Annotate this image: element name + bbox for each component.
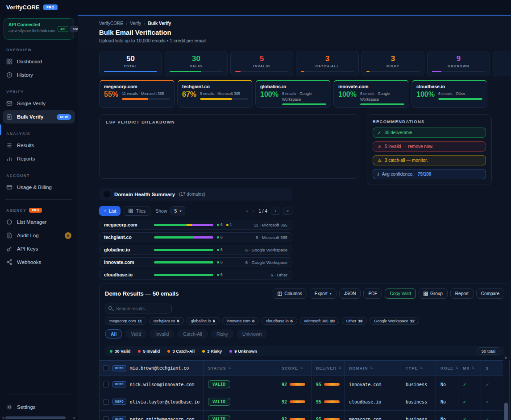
stat-bar [104,71,157,72]
mail-icon [6,100,12,107]
chip-techgiant[interactable]: techgiant.co9 [149,317,184,325]
filter-risky[interactable]: Risky [211,329,234,338]
row-checkbox[interactable] [103,382,109,387]
page-size-select[interactable]: 5 ▾ [170,206,186,215]
sort-icon[interactable]: ⇅ [338,366,342,370]
domain-meta: 6 · Google Workspace [245,247,287,252]
sidebar-item-settings[interactable]: Settings [0,400,78,414]
group-button[interactable]: Group [419,288,448,299]
scrollbar-thumb[interactable] [504,403,508,420]
sidebar-item-dashboard[interactable]: Dashboard [0,55,78,68]
row-checkbox[interactable] [103,416,109,420]
tiles-view-button[interactable]: Tiles [124,206,150,216]
report-button[interactable]: Report [450,288,474,299]
sort-icon[interactable]: ⇅ [472,366,475,370]
filter-unknown[interactable]: Unknown [237,329,268,338]
prev-page-button[interactable]: ‹ [252,209,255,214]
select-all-checkbox[interactable] [103,365,109,371]
chip-megacorp[interactable]: megacorp.com11 [105,317,146,325]
column-header-status[interactable]: STATUS⇅ [204,361,277,375]
table-row: DEMO nick.wilson@innovate.com VALID 92 9… [100,376,510,393]
sort-icon[interactable]: ⇅ [228,366,232,370]
domain-name: cloudbase.io [104,272,150,277]
copy-valid-button[interactable]: Copy Valid [385,288,416,299]
pdf-button[interactable]: PDF [363,288,382,299]
sidebar-item-list-manager[interactable]: List Manager [0,215,78,229]
list-view-button[interactable]: ≡ List [99,206,120,216]
document-icon [6,114,12,120]
compare-button[interactable]: Compare [476,288,504,299]
scroll-right-icon[interactable]: ▶ [74,416,76,420]
search-input[interactable] [105,304,172,313]
share-icon [6,259,12,265]
filter-valid[interactable]: Valid [125,329,147,338]
chip-innovate[interactable]: innovate.com6 [222,317,259,325]
chip-microsoft-365[interactable]: Microsoft 36520 [300,317,339,325]
email-cell: peter.smith@megacorp.com [130,417,195,420]
column-header-score[interactable]: SCORE⇅ [277,361,312,375]
table-vertical-scrollbar[interactable]: ▲ [503,354,509,420]
sidebar-item-api-keys[interactable]: API Keys [0,242,78,255]
domain-row[interactable]: cloudbase.io 6 6 · Other [99,270,292,280]
warning-icon: ⚠ [378,158,382,163]
chip-other[interactable]: Other18 [342,317,367,325]
sidebar-item-audit-log[interactable]: Audit Log 0 [0,229,78,242]
column-header-mx[interactable]: MX⇅ [458,361,481,375]
chip-cloudbase[interactable]: cloudbase.io6 [262,317,297,325]
domain-row[interactable]: innovate.com 6 6 · Google Workspace [99,257,292,267]
filter-catch-all[interactable]: Catch-All [177,329,208,338]
breadcrumb-root[interactable]: VerifyCORE [99,21,123,26]
scrollbar-thumb[interactable] [5,416,66,419]
column-header-domain[interactable]: DOMAIN⇅ [345,361,401,375]
next-page-button[interactable]: › [271,207,280,215]
sidebar-item-webhooks[interactable]: Webhooks [0,255,78,269]
sidebar-item-results[interactable]: Results [0,139,78,152]
email-cell: olivia.taylor@cloudbase.io [130,399,200,404]
stat-label: RISKY [366,64,420,68]
domain-row[interactable]: megacorp.com 6 1 11 · Microsoft 365 [99,220,292,230]
sort-icon[interactable]: ⇅ [455,366,458,370]
page-title: Bulk Email Verification [99,29,511,36]
filter-all[interactable]: All [105,329,122,338]
column-header-role[interactable]: ROLE⇅ [436,361,458,375]
json-button[interactable]: JSON [339,288,361,299]
column-header-type[interactable]: TYPE⇅ [401,361,436,375]
legend-risky: 3 Risky [202,349,222,354]
first-page-button[interactable]: « [245,209,249,214]
sidebar-item-reports[interactable]: Reports [0,152,78,165]
legend-catch-all: 3 Catch-All [167,349,195,354]
domain-name: techgiant.co [104,235,150,240]
row-checkbox[interactable] [103,399,109,405]
count-dot: 1 [226,222,232,227]
filter-invalid[interactable]: Invalid [150,329,174,338]
domain-meta: 9 · Microsoft 365 [256,235,287,240]
domain-name: innovate.com [104,259,150,265]
sidebar-item-bulk-verify[interactable]: Bulk Verify NEW [3,110,75,124]
domain-row[interactable]: techgiant.co 6 9 · Microsoft 365 [99,232,292,242]
active-item-indicator [0,124,1,135]
sidebar-item-history[interactable]: History [0,68,78,82]
breadcrumb-separator: › [144,21,145,26]
breadcrumb-verify[interactable]: Verify [130,21,141,26]
export-button[interactable]: Export ▾ [310,288,337,299]
sidebar-item-usage-billing[interactable]: Usage & Billing [0,181,78,194]
column-header-deliver[interactable]: DELIVER⇅ [312,361,345,375]
scroll-left-icon[interactable]: ◀ [2,416,4,420]
sidebar-horizontal-scrollbar[interactable]: ◀ ▶ [2,416,76,419]
status-badge: VALID [208,415,230,420]
chip-globalinc[interactable]: globalinc.io6 [187,317,220,325]
sort-icon[interactable]: ⇅ [370,366,374,370]
sort-icon[interactable]: ⇅ [300,366,303,370]
sidebar-item-single-verify[interactable]: Single Verify [0,97,78,110]
last-page-button[interactable]: » [283,207,292,215]
domain-meta: 6 · Other [271,272,288,277]
sort-icon[interactable]: ⇅ [420,366,424,370]
columns-button[interactable]: Columns [273,288,307,299]
chip-google-workspace[interactable]: Google Workspace12 [370,317,419,325]
scroll-up-icon[interactable]: ▲ [504,355,508,359]
section-label-agency: AGENCY PRO [6,208,71,213]
domain-stacked-bar [154,249,213,251]
mx-check-icon: ✓ [463,417,466,420]
domain-cards-row: megacorp.com 55% 11 emails · Microsoft 3… [99,80,511,108]
domain-row[interactable]: globalinc.io 6 6 · Google Workspace [99,245,292,255]
